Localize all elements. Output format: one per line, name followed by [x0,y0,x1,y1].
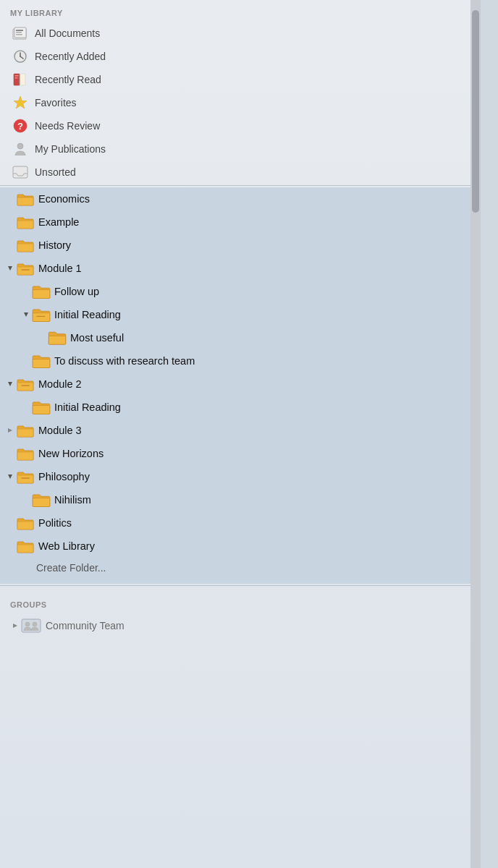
folder-to-discuss-label: To discuss with research team [54,355,195,367]
folder-module2-label: Module 2 [38,378,82,390]
folder-icon-nihilism [32,492,51,508]
folder-follow-up[interactable]: Follow up [0,280,470,303]
svg-marker-26 [24,312,28,317]
svg-rect-30 [33,359,50,368]
svg-marker-35 [8,428,12,433]
group-icon-community-team [20,617,42,634]
svg-rect-9 [20,74,25,85]
divider-groups [0,585,470,586]
svg-marker-13 [14,96,27,109]
toggle-most-useful [36,332,48,344]
folder-module1[interactable]: Module 1 [0,257,470,280]
folder-module3[interactable]: Module 3 [0,419,470,442]
folder-new-horizons-label: New Horizons [38,448,104,459]
folder-example-label: Example [38,216,79,228]
svg-marker-38 [8,475,12,479]
sidebar-item-needs-review[interactable]: ? Needs Review [0,114,470,137]
tray-icon [10,164,30,180]
folder-icon-politics [16,515,35,531]
toggle-module2[interactable] [4,378,16,390]
sidebar-item-recently-added[interactable]: Recently Added [0,45,470,68]
folder-initial-reading-2-label: Initial Reading [54,401,121,413]
toggle-web-library [4,540,16,552]
toggle-example [4,216,16,228]
folder-history-label: History [38,239,71,251]
toggle-initial-reading-1[interactable] [20,309,32,320]
svg-rect-3 [16,32,22,33]
sidebar-item-all-documents[interactable]: All Documents [0,22,470,45]
toggle-history [4,239,16,251]
sidebar-item-favorites[interactable]: Favorites [0,91,470,114]
svg-rect-20 [17,221,33,229]
folder-politics-label: Politics [38,517,72,529]
folder-icon-example [16,214,35,230]
toggle-economics [4,193,16,205]
person-icon [10,141,30,157]
svg-rect-25 [33,290,50,299]
groups-section: GROUPS Community Team [0,587,470,638]
folder-module3-label: Module 3 [38,425,82,436]
toggle-politics [4,517,16,529]
folder-initial-reading-2[interactable]: Initial Reading [0,396,470,419]
toggle-follow-up [20,286,32,297]
create-folder-button[interactable]: Create Folder... [0,558,470,581]
folder-nihilism-label: Nihilism [54,494,91,506]
svg-rect-32 [17,383,33,391]
folder-icon-to-discuss [32,353,51,369]
folder-philosophy[interactable]: Philosophy [0,465,470,488]
svg-rect-39 [17,475,33,483]
toggle-philosophy[interactable] [4,471,16,482]
svg-rect-43 [17,545,33,553]
sidebar: MY LIBRARY All Documents [0,0,470,868]
divider [0,185,470,186]
my-library-header: MY LIBRARY [0,0,470,22]
star-icon [10,95,30,111]
folder-nihilism[interactable]: Nihilism [0,488,470,511]
folder-icon-history [16,237,35,253]
scrollbar-thumb[interactable] [472,10,479,213]
svg-point-47 [33,622,37,626]
group-community-team[interactable]: Community Team [0,613,470,638]
folder-icon-philosophy [16,469,35,485]
folder-module2[interactable]: Module 2 [0,373,470,396]
toggle-community-team[interactable] [10,621,20,631]
toggle-module3[interactable] [4,425,16,436]
svg-rect-21 [17,244,33,252]
folder-example[interactable]: Example [0,210,470,234]
folder-economics[interactable]: Economics [0,187,470,210]
folder-icon-module3 [16,422,35,438]
folder-to-discuss[interactable]: To discuss with research team [0,349,470,373]
book-icon [10,72,30,88]
sidebar-item-my-publications[interactable]: My Publications [0,137,470,161]
folder-module1-label: Module 1 [38,263,82,274]
sidebar-item-unsorted[interactable]: Unsorted [0,161,470,184]
folder-icon-web-library [16,538,35,554]
clock-icon [10,48,30,64]
folder-icon-new-horizons [16,446,35,461]
folder-new-horizons[interactable]: New Horizons [0,442,470,465]
svg-rect-23 [17,267,33,275]
folder-web-library[interactable]: Web Library [0,535,470,558]
scrollbar[interactable] [470,0,481,868]
toggle-initial-reading-2 [20,401,32,413]
folder-icon-initial-reading-2 [32,399,51,415]
svg-rect-2 [16,30,23,31]
toggle-nihilism [20,494,32,506]
svg-rect-29 [48,336,65,344]
folder-icon-initial-reading-1 [32,307,51,323]
svg-marker-31 [8,382,12,386]
svg-rect-41 [33,498,50,507]
folder-economics-label: Economics [38,193,90,205]
folder-most-useful[interactable]: Most useful [0,326,470,349]
svg-rect-42 [17,522,33,529]
toggle-module1[interactable] [4,263,16,274]
groups-header: GROUPS [0,592,470,613]
sidebar-item-recently-read[interactable]: Recently Read [0,68,470,91]
folder-most-useful-label: Most useful [70,332,124,344]
folder-politics[interactable]: Politics [0,511,470,535]
folder-history[interactable]: History [0,234,470,257]
folder-initial-reading-1[interactable]: Initial Reading [0,303,470,326]
folder-web-library-label: Web Library [38,540,95,552]
svg-rect-37 [17,452,33,460]
svg-point-16 [17,143,23,149]
